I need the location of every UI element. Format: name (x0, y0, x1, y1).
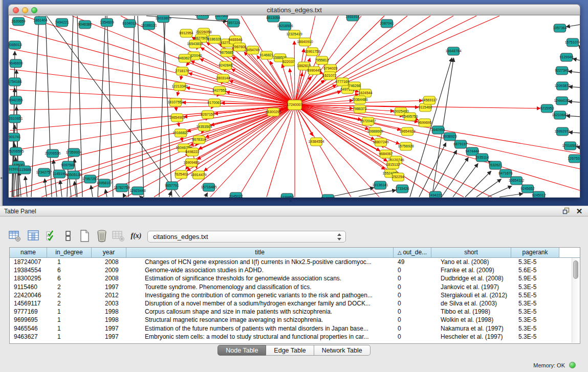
graph-node-label: 1640954 (431, 128, 445, 132)
table-row[interactable]: 946554611997Estimation of the future num… (10, 324, 580, 333)
graph-node-label: 1527602 (214, 15, 228, 17)
graph-node-label: 1733426 (395, 187, 409, 190)
graph-edge (128, 16, 135, 197)
network-view-window[interactable]: citations_edges.txt 17240007891295423226… (8, 4, 580, 198)
table-cell: 9699695 (10, 316, 47, 324)
graph-node-label: 9115460 (419, 105, 432, 109)
float-panel-icon[interactable] (562, 207, 572, 215)
graph-edge (67, 16, 73, 197)
graph-node-label: 9242848 (219, 63, 232, 67)
table-cell: 0 (394, 274, 431, 282)
table-row[interactable]: 1938455462009Genome-wide association stu… (10, 266, 580, 274)
graph-node-label: 1931914 (345, 15, 359, 18)
panel-splitter-handle[interactable]: ▸ (290, 199, 292, 203)
cytoscape-desktop: citations_edges.txt 17240007891295423226… (3, 0, 588, 206)
delete-table-icon[interactable] (112, 229, 126, 244)
column-header-out_de...[interactable]: △ out_de... (394, 248, 431, 257)
table-cell: 0 (394, 308, 431, 316)
close-panel-icon[interactable]: ✕ (575, 207, 584, 215)
table-source-select[interactable]: citations_edges.txt (147, 231, 346, 243)
table-cell: 18724007 (10, 258, 47, 266)
table-cell: 0 (394, 316, 431, 324)
table-cell (559, 258, 572, 266)
graph-node-label: 822037 (282, 60, 294, 63)
table-cell: 49 (394, 258, 431, 266)
graph-node-label: 14569117 (422, 98, 438, 102)
graph-node-label: 8990445 (307, 69, 321, 72)
network-canvas[interactable]: 1724000789129542322605898275051654381281… (8, 15, 580, 198)
tab-network-table[interactable]: Network Table (314, 345, 371, 356)
table-row[interactable]: 2242004622012Investigating the contribut… (10, 291, 580, 299)
tab-edge-table[interactable]: Edge Table (266, 345, 314, 356)
graph-node-label: 6794028 (323, 67, 337, 70)
graph-node-label: 1229857 (280, 195, 294, 198)
graph-edge (31, 16, 39, 197)
table-cell: 19384554 (10, 266, 47, 274)
table-row[interactable]: 1456911722003Disruption of a novel membe… (10, 299, 580, 308)
graph-node-label: 16961758 (304, 50, 320, 53)
new-column-icon[interactable] (78, 229, 92, 244)
graph-node-label: 12444195 (554, 99, 570, 102)
table-row[interactable]: 977716911998Corpus callosum shape and si… (10, 308, 580, 316)
column-header-name[interactable]: name (10, 248, 47, 257)
column-header-pagerank[interactable]: pagerank (511, 248, 559, 257)
column-header-title[interactable]: title (126, 248, 394, 257)
table-row[interactable]: 946362711997Embryonic stem cells: a mode… (10, 333, 580, 341)
graph-node-label: 17957253 (82, 177, 98, 181)
graph-node-label: 8454749 (246, 48, 259, 52)
graph-node-label: 20364486 (352, 98, 367, 101)
graph-node-label: 1145190 (53, 172, 67, 176)
graph-node-label: 1624544 (358, 91, 372, 95)
column-visibility-icon[interactable] (27, 229, 41, 244)
graph-edge (45, 179, 47, 197)
graph-node-label: 8938923 (443, 135, 456, 138)
table-cell: 5.3E-5 (511, 333, 559, 341)
vertical-scrollbar[interactable] (572, 258, 579, 343)
table-cell: Changes of HCN gene expression and I(f) … (126, 258, 394, 266)
table-cell: 5.3E-5 (511, 316, 559, 324)
table-cell: 5.3E-5 (511, 299, 559, 308)
graph-node-label: 9857791 (165, 184, 179, 187)
table-mode-icon[interactable] (8, 229, 23, 244)
graph-node-label: 8678314 (192, 138, 206, 141)
table-row[interactable]: 1872400712008Changes of HCN gene express… (10, 258, 580, 266)
graph-node-label: 746266 (349, 84, 360, 87)
table-toolbar: f(x) citations_edges.txt (0, 227, 588, 247)
scrollbar-thumb[interactable] (573, 260, 578, 279)
table-source-value: citations_edges.txt (153, 233, 208, 240)
column-header-short[interactable]: short (431, 248, 511, 257)
table-cell: Structural magnetic resonance image aver… (126, 316, 394, 324)
table-row[interactable]: 969969511998Structural magnetic resonanc… (10, 316, 580, 324)
delete-column-icon[interactable] (95, 229, 110, 244)
graph-node-label: 8813054 (266, 16, 280, 19)
graph-node-label: 12325419 (286, 32, 302, 36)
graph-node-label: 9170061 (207, 101, 221, 104)
tab-node-table[interactable]: Node Table (217, 345, 266, 356)
table-row[interactable]: 1830029562008Estimation of significance … (10, 274, 580, 282)
graph-node-label: 9245012 (532, 193, 546, 197)
graph-edge (295, 105, 540, 108)
graph-edge (19, 171, 21, 197)
function-builder-icon[interactable]: f(x) (129, 229, 143, 244)
graph-edge (453, 163, 478, 197)
table-cell: Estimation of significance thresholds fo… (126, 274, 394, 282)
graph-node-label: 1754166 (9, 80, 22, 83)
graph-node-label: 2143320 (321, 196, 335, 198)
table-cell: 2009 (92, 266, 126, 274)
row-height-icon[interactable] (61, 229, 76, 244)
memory-ok-led-icon (569, 362, 576, 368)
column-header-year[interactable]: year (92, 248, 126, 257)
table-header-filler (559, 248, 572, 257)
column-select-check-icon[interactable] (45, 229, 59, 244)
column-header-in_degree[interactable]: in_degree (47, 248, 92, 257)
graph-edge (568, 71, 580, 73)
graph-node-label: 7625402 (174, 172, 188, 176)
table-cell: Disruption of a novel member of a sodium… (126, 299, 394, 308)
table-row[interactable]: 911546021997Tourette syndrome. Phenomeno… (10, 283, 580, 291)
window-titlebar[interactable]: citations_edges.txt (8, 4, 580, 15)
table-cell: 0 (394, 299, 431, 308)
left-splitter-collapse-icon[interactable]: ◂ (0, 176, 2, 180)
graph-node-label: 2620659 (11, 19, 25, 23)
graph-node-label: 9777169 (335, 80, 349, 83)
graph-edge (295, 105, 351, 197)
